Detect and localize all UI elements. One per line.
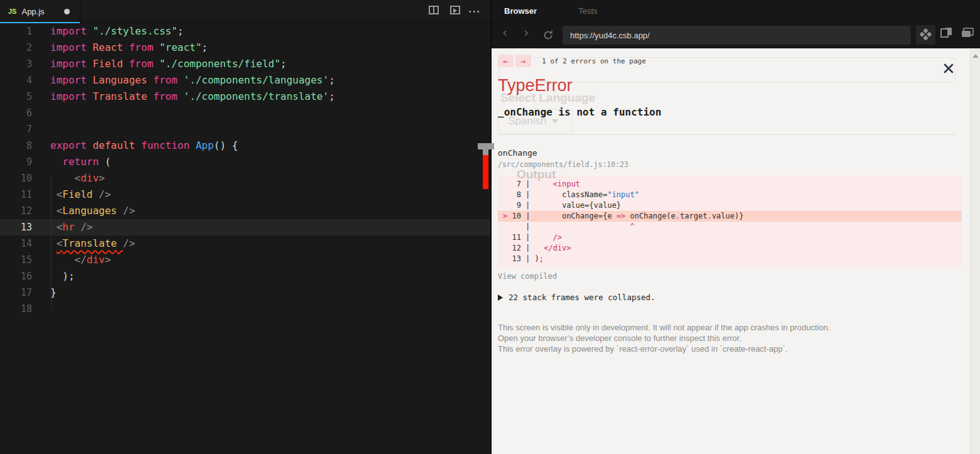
code-line-8[interactable]: 8export default function App() { bbox=[0, 138, 490, 154]
js-file-icon: JS bbox=[8, 8, 16, 15]
unsaved-dot-icon bbox=[64, 9, 70, 14]
line-content: <Field /> bbox=[50, 186, 111, 203]
url-input[interactable] bbox=[563, 26, 911, 45]
line-number: 13 bbox=[0, 219, 33, 235]
line-number: 14 bbox=[0, 235, 33, 252]
code-line-5[interactable]: 5import Translate from './components/tra… bbox=[0, 89, 490, 105]
open-new-window-icon[interactable] bbox=[940, 28, 952, 38]
code-line-10[interactable]: 10 <div> bbox=[0, 170, 490, 186]
code-line-13[interactable]: 13 <hr /> bbox=[0, 219, 490, 235]
line-content: import Field from "./components/field"; bbox=[50, 56, 287, 72]
error-message: _onChange is not a function bbox=[498, 106, 661, 118]
code-snippet: 7 | <input 8 | className="input" 9 | val… bbox=[498, 176, 962, 268]
ghost-output-heading: Output bbox=[517, 168, 556, 181]
view-compiled-link[interactable]: View compiled bbox=[498, 272, 557, 281]
line-content: <Translate /> bbox=[50, 235, 135, 252]
line-content: export default function App() { bbox=[50, 138, 238, 154]
tab-appjs[interactable]: JS App.js bbox=[0, 0, 80, 23]
stack-code-line: | ^ bbox=[503, 222, 957, 232]
error-marker bbox=[483, 155, 488, 189]
footer-note: This error overlay is powered by `react-… bbox=[498, 343, 830, 354]
line-number: 6 bbox=[0, 105, 33, 121]
line-number: 16 bbox=[0, 268, 33, 284]
line-number: 7 bbox=[0, 121, 33, 138]
codesandbox-app: JS App.js ••• 1import "./styles.css";2im… bbox=[0, 0, 980, 454]
line-number: 2 bbox=[0, 40, 33, 56]
line-content: import Languages from './components/lang… bbox=[50, 72, 335, 89]
tab-browser[interactable]: Browser bbox=[504, 6, 537, 16]
line-content: <Languages /> bbox=[50, 203, 135, 219]
code-line-11[interactable]: 11 <Field /> bbox=[0, 186, 490, 203]
chevron-down-icon bbox=[552, 119, 558, 123]
line-number: 17 bbox=[0, 284, 33, 301]
split-view-icon[interactable] bbox=[429, 6, 439, 14]
error-title: TypeError bbox=[498, 76, 573, 95]
line-content: import "./styles.css"; bbox=[50, 23, 184, 40]
handle-grip bbox=[478, 143, 494, 149]
overlay-footer: This screen is visible only in developme… bbox=[498, 322, 830, 354]
line-number: 18 bbox=[0, 301, 33, 317]
scrollbar[interactable] bbox=[970, 48, 980, 454]
error-pagination: ← → 1 of 2 errors on the page bbox=[498, 55, 646, 67]
refresh-icon[interactable] bbox=[542, 29, 554, 44]
stack-code-line: 8 | className="input" bbox=[503, 190, 957, 200]
next-error-button[interactable]: → bbox=[515, 55, 531, 67]
responsive-mode-icon[interactable] bbox=[916, 25, 935, 45]
detach-preview-icon[interactable] bbox=[962, 28, 974, 37]
line-number: 11 bbox=[0, 186, 33, 203]
code-line-12[interactable]: 12 <Languages /> bbox=[0, 203, 490, 219]
browser-navbar: ‹ › bbox=[492, 23, 980, 48]
line-number: 1 bbox=[0, 23, 33, 40]
code-line-7[interactable]: 7 bbox=[0, 121, 490, 138]
code-line-18[interactable]: 18 bbox=[0, 301, 490, 317]
stack-frame-path[interactable]: /src/components/field.js:10:23 bbox=[498, 160, 629, 169]
collapsed-frames-label: 22 stack frames were collapsed. bbox=[509, 293, 655, 302]
editor-pane: JS App.js ••• 1import "./styles.css";2im… bbox=[0, 0, 490, 454]
code-line-9[interactable]: 9 return ( bbox=[0, 154, 490, 170]
line-content: <hr /> bbox=[50, 219, 92, 235]
code-line-2[interactable]: 2import React from "react"; bbox=[0, 40, 490, 56]
footer-note: Open your browser’s developer console to… bbox=[498, 333, 830, 343]
code-line-15[interactable]: 15 </div> bbox=[0, 252, 490, 268]
line-number: 10 bbox=[0, 170, 33, 186]
code-line-14[interactable]: 14 <Translate /> bbox=[0, 235, 490, 252]
code-line-3[interactable]: 3import Field from "./components/field"; bbox=[0, 56, 490, 72]
editor-tabbar: JS App.js ••• bbox=[0, 0, 490, 23]
line-number: 8 bbox=[0, 138, 33, 154]
stack-code-line: 13 | ); bbox=[503, 254, 957, 264]
line-content: import React from "react"; bbox=[50, 40, 207, 56]
code-line-4[interactable]: 4import Languages from './components/lan… bbox=[0, 72, 490, 89]
more-options-icon[interactable]: ••• bbox=[469, 8, 482, 15]
stack-code-line: 11 | /> bbox=[503, 232, 957, 243]
line-content: return ( bbox=[50, 154, 111, 170]
browser-pane: Browser Tests ‹ › Select Language Spanis… bbox=[490, 0, 980, 454]
ghost-divider bbox=[498, 134, 955, 135]
line-number: 5 bbox=[0, 89, 33, 105]
line-number: 4 bbox=[0, 72, 33, 89]
tab-title: App.js bbox=[21, 7, 44, 16]
collapsed-frames-toggle[interactable]: 22 stack frames were collapsed. bbox=[498, 293, 655, 302]
code-line-1[interactable]: 1import "./styles.css"; bbox=[0, 23, 490, 40]
pane-resize-handle[interactable] bbox=[478, 143, 494, 189]
preview-area: Select Language Spanish Output ← → 1 of … bbox=[492, 48, 980, 454]
footer-note: This screen is visible only in developme… bbox=[498, 322, 830, 333]
code-editor: 1import "./styles.css";2import React fro… bbox=[0, 23, 490, 317]
forward-icon[interactable]: › bbox=[524, 25, 529, 40]
line-content: import Translate from './components/tran… bbox=[50, 89, 335, 105]
back-icon[interactable]: ‹ bbox=[502, 25, 507, 40]
prev-error-button[interactable]: ← bbox=[498, 55, 514, 67]
open-preview-icon[interactable] bbox=[450, 6, 460, 14]
stack-frame-function: onChange bbox=[498, 148, 537, 158]
scroll-up-icon[interactable] bbox=[972, 54, 979, 58]
line-number: 3 bbox=[0, 56, 33, 72]
preview-tabbar: Browser Tests bbox=[492, 0, 980, 23]
line-content: ); bbox=[50, 268, 75, 284]
tab-tests[interactable]: Tests bbox=[578, 6, 597, 16]
line-number: 9 bbox=[0, 154, 33, 170]
code-line-6[interactable]: 6 bbox=[0, 105, 490, 121]
code-line-17[interactable]: 17} bbox=[0, 284, 490, 301]
close-icon[interactable] bbox=[942, 62, 955, 75]
line-content: </div> bbox=[50, 252, 111, 268]
code-line-16[interactable]: 16 ); bbox=[0, 268, 490, 284]
stack-code-line: > 10 | onChange={e => onChange(e.target.… bbox=[498, 211, 962, 222]
